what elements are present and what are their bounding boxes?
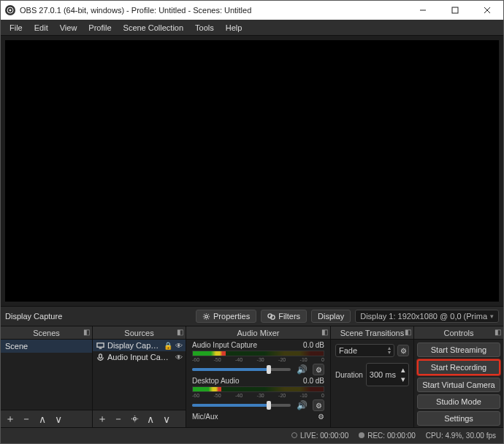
popout-icon[interactable]: ◧: [83, 328, 90, 336]
audio-meter: [192, 351, 324, 356]
svg-point-1: [9, 9, 12, 12]
live-dot-icon: [291, 432, 297, 438]
preview-area: [1, 36, 503, 306]
stepper-icon: ▴▾: [388, 346, 391, 355]
menu-profile[interactable]: Profile: [83, 23, 117, 32]
eye-icon[interactable]: 👁: [175, 353, 183, 361]
menu-view[interactable]: View: [54, 23, 83, 32]
active-source-label: Display Capture: [5, 312, 62, 321]
close-button[interactable]: [471, 1, 503, 20]
scene-up-button[interactable]: ∧: [37, 413, 47, 425]
menu-bar: File Edit View Profile Scene Collection …: [1, 20, 503, 36]
mixer-channel: Mic/Aux ⚙: [186, 411, 330, 421]
mixer-channel: Desktop Audio0.0 dB -60-50-40-30-20-100 …: [186, 375, 330, 411]
volume-slider[interactable]: [192, 368, 291, 371]
start-virtual-camera-button[interactable]: Start Virtual Camera: [417, 378, 500, 392]
sources-list[interactable]: Display Capture 🔒 👁 Audio Input Captu. 👁: [93, 340, 186, 410]
volume-slider[interactable]: [192, 404, 291, 407]
svg-rect-11: [99, 353, 102, 358]
live-status: LIVE: 00:00:00: [291, 432, 348, 440]
remove-source-button[interactable]: －: [113, 413, 123, 426]
display-label: Display: [311, 310, 351, 323]
mic-icon: [96, 353, 104, 361]
source-up-button[interactable]: ∧: [145, 413, 156, 425]
settings-button[interactable]: Settings: [417, 411, 500, 426]
menu-scene-collection[interactable]: Scene Collection: [118, 23, 190, 32]
source-props-button[interactable]: [129, 413, 140, 425]
eye-icon[interactable]: 👁: [175, 342, 183, 350]
app-window: OBS 27.0.1 (64-bit, windows) - Profile: …: [0, 0, 504, 444]
meter-ticks: -60-50-40-30-20-100: [192, 357, 324, 362]
popout-icon[interactable]: ◧: [405, 328, 411, 336]
scenes-panel: Scenes ◧ Scene ＋ － ∧ ∨: [1, 326, 93, 427]
transitions-panel: Scene Transitions ◧ Fade ▴▾ ⚙ Duration 3…: [331, 326, 414, 427]
rec-status: REC: 00:00:00: [359, 432, 416, 440]
controls-list: Start Streaming Start Recording Start Vi…: [414, 340, 503, 427]
popout-icon[interactable]: ◧: [321, 328, 328, 336]
channel-settings-button[interactable]: ⚙: [313, 399, 324, 411]
lock-icon[interactable]: 🔒: [164, 342, 172, 350]
controls-header[interactable]: Controls ◧: [414, 326, 503, 340]
menu-tools[interactable]: Tools: [189, 23, 220, 32]
monitor-icon: [96, 341, 104, 350]
status-bar: LIVE: 00:00:00 REC: 00:00:00 CPU: 4.9%, …: [1, 427, 503, 443]
properties-button[interactable]: Properties: [196, 310, 256, 323]
popout-icon[interactable]: ◧: [495, 328, 501, 336]
mixer-header[interactable]: Audio Mixer ◧: [186, 326, 330, 340]
mixer-channel: Audio Input Capture0.0 dB -60-50-40-30-2…: [186, 340, 330, 375]
obs-logo-icon: [5, 5, 15, 15]
scene-item[interactable]: Scene: [1, 340, 92, 353]
scenes-header[interactable]: Scenes ◧: [1, 326, 92, 340]
display-select[interactable]: Display 1: 1920x1080 @ 0,0 (Prima ▾: [355, 310, 499, 323]
speaker-icon[interactable]: 🔊: [295, 400, 308, 410]
transitions-header[interactable]: Scene Transitions ◧: [331, 326, 413, 340]
window-title: OBS 27.0.1 (64-bit, windows) - Profile: …: [20, 6, 407, 15]
menu-edit[interactable]: Edit: [28, 23, 54, 32]
menu-file[interactable]: File: [4, 23, 28, 32]
preview-canvas[interactable]: [5, 40, 499, 302]
chevron-down-icon: ▾: [490, 313, 494, 320]
speaker-icon[interactable]: 🔊: [295, 364, 308, 375]
start-recording-button[interactable]: Start Recording: [417, 359, 500, 375]
source-item[interactable]: Audio Input Captu. 👁: [93, 351, 186, 363]
cpu-status: CPU: 4.9%, 30.00 fps: [426, 432, 496, 440]
scene-down-button[interactable]: ∨: [53, 413, 64, 425]
scenes-list[interactable]: Scene: [1, 340, 92, 410]
svg-rect-9: [96, 342, 103, 347]
svg-rect-3: [452, 7, 458, 13]
gear-icon: [202, 313, 210, 321]
transitions-body: Fade ▴▾ ⚙ Duration 300 ms ▴▾: [331, 340, 413, 427]
controls-panel: Controls ◧ Start Streaming Start Recordi…: [414, 326, 503, 427]
add-source-button[interactable]: ＋: [97, 413, 107, 426]
svg-point-6: [205, 315, 208, 318]
preview-toolbar: Display Capture Properties Filters Displ…: [1, 306, 503, 326]
source-item[interactable]: Display Capture 🔒 👁: [93, 340, 186, 351]
transition-settings-button[interactable]: ⚙: [397, 345, 409, 356]
transition-select[interactable]: Fade ▴▾: [335, 344, 394, 357]
meter-ticks: -60-50-40-30-20-100: [192, 393, 324, 398]
filters-icon: [267, 313, 275, 321]
studio-mode-button[interactable]: Studio Mode: [417, 394, 500, 409]
sources-panel: Sources ◧ Display Capture 🔒 👁 Audio Inpu…: [93, 326, 186, 427]
remove-scene-button[interactable]: －: [21, 413, 31, 426]
title-bar[interactable]: OBS 27.0.1 (64-bit, windows) - Profile: …: [1, 1, 503, 20]
filters-button[interactable]: Filters: [261, 310, 307, 323]
audio-mixer-panel: Audio Mixer ◧ Audio Input Capture0.0 dB …: [186, 326, 331, 427]
menu-help[interactable]: Help: [220, 23, 248, 32]
duration-input[interactable]: 300 ms ▴▾: [366, 363, 409, 386]
channel-settings-button[interactable]: ⚙: [318, 413, 324, 421]
add-scene-button[interactable]: ＋: [5, 413, 15, 426]
stepper-icon: ▴▾: [401, 365, 405, 384]
sources-header[interactable]: Sources ◧: [93, 326, 186, 340]
source-down-button[interactable]: ∨: [161, 413, 172, 425]
popout-icon[interactable]: ◧: [177, 328, 183, 336]
sources-footer: ＋ － ∧ ∨: [93, 410, 186, 427]
scenes-footer: ＋ － ∧ ∨: [1, 410, 92, 427]
rec-dot-icon: [359, 432, 364, 438]
channel-settings-button[interactable]: ⚙: [313, 364, 324, 375]
minimize-button[interactable]: [407, 1, 439, 20]
duration-label: Duration: [335, 371, 363, 379]
docks-row: Scenes ◧ Scene ＋ － ∧ ∨ Sources ◧ D: [1, 326, 503, 427]
maximize-button[interactable]: [439, 1, 471, 20]
start-streaming-button[interactable]: Start Streaming: [417, 342, 500, 357]
